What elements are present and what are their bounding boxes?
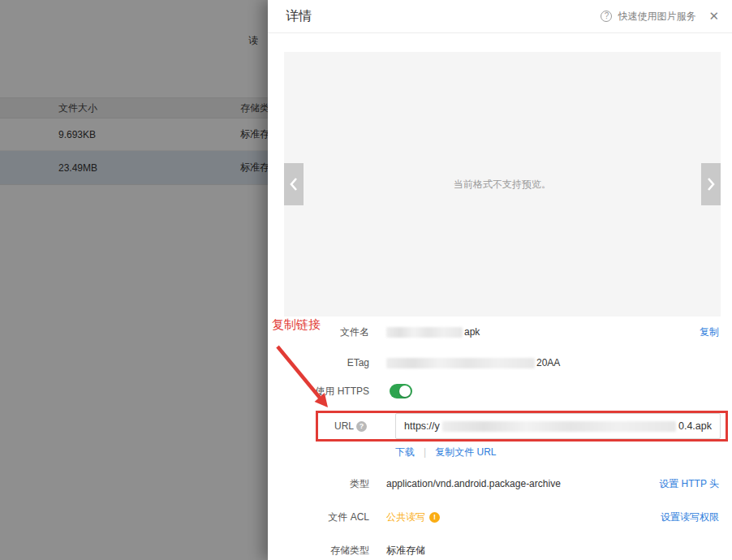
acl-value-text: 公共读写: [386, 510, 425, 524]
url-help-icon[interactable]: ?: [356, 421, 367, 432]
header-help-link[interactable]: ? 快速使用图片服务: [601, 10, 695, 24]
https-row: 使用 HTTPS: [268, 384, 732, 398]
panel-title: 详情: [286, 8, 312, 25]
https-toggle[interactable]: [390, 384, 412, 398]
download-link[interactable]: 下载: [395, 446, 415, 459]
previous-file-button[interactable]: [284, 163, 304, 205]
chevron-right-icon: [707, 177, 715, 192]
warning-icon: !: [429, 512, 440, 523]
file-preview-area: 当前格式不支持预览。: [284, 52, 721, 317]
etag-row: ETag 20AA: [268, 356, 732, 369]
filename-suffix: apk: [464, 326, 480, 338]
etag-value: 20AA: [386, 357, 560, 368]
chevron-left-icon: [290, 177, 298, 192]
annotation-arrow-icon: [274, 344, 333, 415]
type-row: 类型 application/vnd.android.package-archi…: [268, 477, 732, 490]
set-acl-link[interactable]: 设置读写权限: [661, 510, 719, 524]
url-label-text: URL: [334, 420, 354, 432]
storage-type-label: 存储类型: [268, 544, 369, 557]
details-panel: 详情 ? 快速使用图片服务 ✕ 当前格式不支持预览。 文件名 apk 复制 ET…: [268, 0, 732, 560]
redacted-filename: [386, 327, 463, 338]
storage-type-value: 标准存储: [386, 544, 425, 558]
close-icon[interactable]: ✕: [708, 9, 719, 24]
panel-header: 详情 ? 快速使用图片服务 ✕: [268, 0, 732, 33]
acl-row: 文件 ACL 公共读写 ! 设置读写权限: [268, 510, 732, 523]
url-prefix: https://y: [404, 420, 440, 432]
filename-value: apk: [386, 326, 480, 338]
toggle-knob: [399, 386, 411, 397]
copy-filename-link[interactable]: 复制: [700, 325, 719, 339]
acl-value: 公共读写 !: [386, 510, 440, 524]
type-label: 类型: [268, 477, 369, 490]
acl-label: 文件 ACL: [268, 510, 369, 523]
url-row: URL ? https://y 0.4.apk: [268, 411, 732, 442]
url-actions-row: 下载 | 复制文件 URL: [268, 446, 732, 459]
type-value: application/vnd.android.package-archive: [386, 478, 561, 489]
set-http-header-link[interactable]: 设置 HTTP 头: [659, 477, 719, 491]
help-circle-icon: ?: [601, 11, 612, 22]
header-help-label: 快速使用图片服务: [618, 10, 695, 24]
url-suffix: 0.4.apk: [678, 420, 712, 432]
url-label: URL ?: [334, 411, 372, 442]
etag-suffix: 20AA: [536, 357, 560, 368]
next-file-button[interactable]: [701, 163, 721, 205]
redacted-etag: [386, 358, 535, 368]
redacted-url: [442, 421, 676, 432]
preview-unsupported-message: 当前格式不支持预览。: [454, 178, 551, 192]
url-input[interactable]: https://y 0.4.apk: [395, 413, 721, 439]
filename-row: 文件名 apk 复制: [268, 325, 732, 338]
links-divider: |: [424, 446, 426, 458]
copy-file-url-link[interactable]: 复制文件 URL: [435, 446, 496, 459]
storage-type-row: 存储类型 标准存储: [268, 544, 732, 557]
annotation-copy-link-label: 复制链接: [272, 317, 321, 333]
